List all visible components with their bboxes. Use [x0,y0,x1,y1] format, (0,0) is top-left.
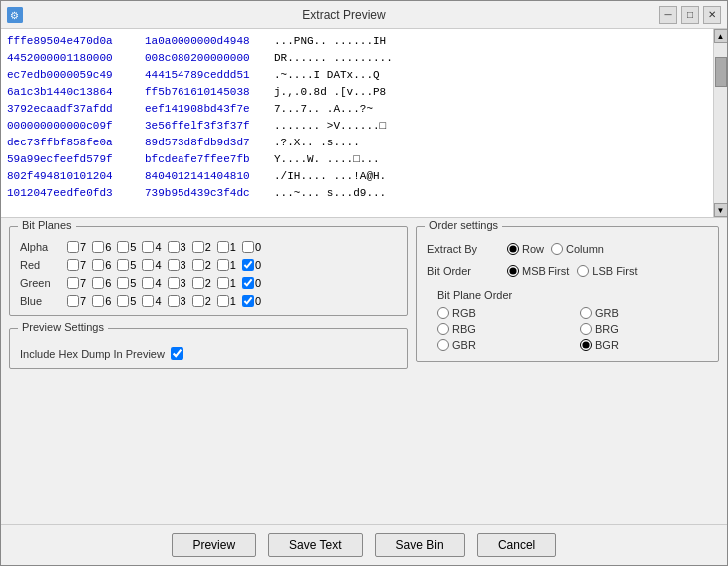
bit-channel-row: Green76543210 [20,277,397,289]
hex-display: fffe89504e470d0a 1a0a0000000d4948 ...PNG… [1,29,713,217]
bpo-brg-radio[interactable] [580,323,592,335]
bit-2-checkbox[interactable] [192,259,204,271]
bit-1-checkbox[interactable] [217,259,229,271]
bit-1-checkbox[interactable] [217,241,229,253]
extract-by-row-radio[interactable] [507,243,519,255]
vertical-scrollbar[interactable]: ▲ ▼ [713,29,727,217]
bit-1-checkbox[interactable] [217,295,229,307]
bpo-grb-radio[interactable] [580,307,592,319]
restore-button[interactable]: □ [681,6,699,24]
bit-5-checkbox[interactable] [117,259,129,271]
bit-6-checkbox[interactable] [92,241,104,253]
bit-5-checkbox[interactable] [117,295,129,307]
hex-dump-checkbox[interactable] [171,347,183,360]
window-controls: ─ □ ✕ [659,6,721,24]
hex-ascii: DR...... ......... [274,50,393,67]
bit-0-checkbox[interactable] [242,241,254,253]
extract-by-column-option: Column [551,243,604,255]
msb-first-radio[interactable] [507,265,519,277]
bit-2-checkbox[interactable] [192,295,204,307]
bit-7-checkbox[interactable] [67,295,79,307]
bit-order-label: Bit Order [427,265,499,277]
bit-3-checkbox[interactable] [168,277,180,289]
hex-row: fffe89504e470d0a 1a0a0000000d4948 ...PNG… [7,33,707,50]
save-bin-button[interactable]: Save Bin [375,533,465,557]
bit-1-checkbox[interactable] [217,277,229,289]
hex-row: ec7edb0000059c49 444154789ceddd51 .~....… [7,67,707,84]
hex-ascii: ...PNG.. ......IH [274,33,386,50]
bit-item: 6 [92,241,111,253]
hex-row: 4452000001180000 008c080200000000 DR....… [7,50,707,67]
extract-by-column-radio[interactable] [551,243,563,255]
bpo-rbg-radio[interactable] [437,323,449,335]
channel-label: Alpha [20,241,65,253]
bit-3-checkbox[interactable] [168,295,180,307]
cancel-button[interactable]: Cancel [477,533,556,557]
bpo-brg-option: BRG [580,323,708,335]
app-icon: ⚙ [7,7,23,23]
bit-6-checkbox[interactable] [92,259,104,271]
bpo-gbr-label: GBR [452,339,476,351]
hex-addr: dec73ffbf858fe0a [7,135,145,151]
bit-7-checkbox[interactable] [67,259,79,271]
bit-item: 2 [192,241,211,253]
bit-channel-row: Alpha76543210 [20,241,397,253]
order-settings-group: Order settings Extract By Row Column [416,226,719,362]
bit-7-checkbox[interactable] [67,241,79,253]
hex-preview-area: fffe89504e470d0a 1a0a0000000d4948 ...PNG… [1,29,727,218]
bit-4-checkbox[interactable] [142,241,154,253]
hex-raw: 008c080200000000 [145,50,274,67]
bit-3-checkbox[interactable] [168,259,180,271]
bit-6-checkbox[interactable] [92,277,104,289]
bit-4-checkbox[interactable] [142,295,154,307]
bit-item: 7 [67,277,86,289]
bit-number-label: 1 [230,277,236,289]
bpo-gbr-radio[interactable] [437,339,449,351]
bit-4-checkbox[interactable] [142,259,154,271]
bit-4-checkbox[interactable] [142,277,154,289]
close-button[interactable]: ✕ [703,6,721,24]
channel-label: Blue [20,295,65,307]
right-panel: Order settings Extract By Row Column [416,226,719,516]
bit-item: 2 [192,259,211,271]
bit-0-checkbox[interactable] [242,277,254,289]
bpo-grb-label: GRB [595,307,619,319]
controls-area: Bit Planes Alpha76543210Red76543210Green… [1,218,727,524]
lsb-first-option: LSB First [577,265,637,277]
bit-5-checkbox[interactable] [117,241,129,253]
hex-raw: 3e56ffelf3f3f37f [145,118,274,135]
bpo-bgr-radio[interactable] [580,339,592,351]
hex-ascii: ...~... s...d9... [274,185,386,202]
bit-5-checkbox[interactable] [117,277,129,289]
scroll-down-arrow[interactable]: ▼ [714,203,728,217]
bit-item: 7 [67,295,86,307]
preview-button[interactable]: Preview [172,533,256,557]
scroll-up-arrow[interactable]: ▲ [714,29,728,43]
bit-number-label: 1 [230,241,236,253]
bit-0-checkbox[interactable] [242,295,254,307]
save-text-button[interactable]: Save Text [268,533,362,557]
bit-plane-order-grid: RGBGRBRBGBRGGBRBGR [437,307,708,351]
bit-item: 4 [142,277,161,289]
hex-addr: 000000000000c09f [7,118,145,135]
bpo-rgb-radio[interactable] [437,307,449,319]
hex-row: 1012047eedfe0fd3 739b95d439c3f4dc ...~..… [7,185,707,202]
bit-0-checkbox[interactable] [242,259,254,271]
bit-number-label: 0 [255,241,261,253]
bit-number-label: 2 [205,259,211,271]
bit-number-label: 4 [155,295,161,307]
bit-item: 0 [242,277,261,289]
bit-6-checkbox[interactable] [92,295,104,307]
bpo-rgb-label: RGB [452,307,476,319]
lsb-first-radio[interactable] [577,265,589,277]
bit-7-checkbox[interactable] [67,277,79,289]
bit-2-checkbox[interactable] [192,277,204,289]
minimize-button[interactable]: ─ [659,6,677,24]
bit-plane-order-section: Bit Plane Order RGBGRBRBGBRGGBRBGR [427,283,708,351]
hex-dump-row: Include Hex Dump In Preview [20,347,397,360]
bit-3-checkbox[interactable] [168,241,180,253]
window-title: Extract Preview [29,8,659,22]
bit-2-checkbox[interactable] [192,241,204,253]
bit-item: 5 [117,295,136,307]
scroll-thumb[interactable] [715,57,727,87]
